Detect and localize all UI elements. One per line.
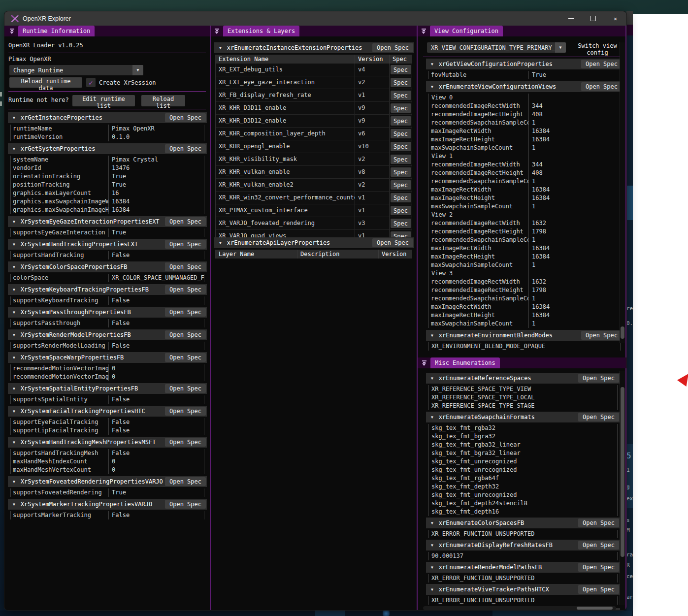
open-spec-button[interactable]: Open Spec — [165, 113, 206, 122]
open-spec-button[interactable]: Open Spec — [372, 43, 413, 52]
spec-button[interactable]: Spec — [391, 103, 411, 113]
chevron-down-icon[interactable]: ▼ — [555, 42, 566, 53]
section-header[interactable]: ▼XrSystemHandTrackingPropertiesEXTOpen S… — [8, 239, 207, 250]
open-spec-button[interactable]: Open Spec — [165, 384, 206, 393]
create-xrsession-checkbox[interactable]: ✓ — [86, 78, 96, 87]
tab-runtime-information[interactable]: Runtime Information — [18, 26, 95, 36]
switch-view-config-button[interactable]: Switch view config — [568, 42, 626, 53]
titlebar[interactable]: OpenXR Explorer ✕ — [4, 11, 626, 26]
scrollbar-thumb[interactable] — [577, 607, 613, 610]
section-title: xrEnumerateApiLayerProperties — [227, 239, 372, 246]
section-header[interactable]: ▼xrGetSystemPropertiesOpen Spec — [8, 143, 207, 154]
spec-button[interactable]: Spec — [391, 180, 411, 190]
section-header[interactable]: ▼XrSystemKeyboardTrackingPropertiesFBOpe… — [8, 284, 207, 295]
misc-scrollbar-horizontal[interactable] — [423, 606, 616, 610]
open-spec-button[interactable]: Open Spec — [578, 541, 619, 550]
open-spec-button[interactable]: Open Spec — [165, 144, 206, 153]
section-header[interactable]: ▼xrEnumerateViveTrackerPathsHTCXOpen Spe… — [426, 584, 620, 595]
section-header[interactable]: ▼xrEnumerateReferenceSpacesOpen Spec — [426, 373, 620, 384]
collapse-arrow-icon: ▼ — [431, 62, 433, 66]
section-header[interactable]: ▼ xrEnumerateInstanceExtensionProperties… — [214, 42, 414, 53]
view-config-sections: ▼xrGetViewConfigurationPropertiesOpen Sp… — [426, 59, 623, 353]
chevron-down-icon[interactable]: ▼ — [132, 65, 143, 75]
spec-button-cell: Spec — [390, 65, 412, 74]
tab-misc-enumerations[interactable]: Misc Enumerations — [430, 357, 500, 368]
open-spec-button[interactable]: Open Spec — [581, 60, 622, 68]
open-spec-button[interactable]: Open Spec — [578, 519, 619, 527]
open-spec-button[interactable]: Open Spec — [165, 500, 206, 509]
spec-button[interactable]: Spec — [391, 219, 411, 228]
section-header[interactable]: ▼XrSystemMarkerTrackingPropertiesVARJOOp… — [8, 499, 207, 510]
open-spec-button[interactable]: Open Spec — [165, 217, 206, 226]
taskbar-app-icon[interactable] — [383, 611, 390, 616]
open-spec-button[interactable]: Open Spec — [165, 330, 206, 339]
misc-scrollbar-vertical[interactable] — [620, 371, 625, 605]
open-spec-button[interactable]: Open Spec — [165, 240, 206, 249]
section-header[interactable]: ▼XrSystemRenderModelPropertiesFBOpen Spe… — [8, 329, 207, 340]
property-value: False — [108, 251, 130, 259]
open-spec-button[interactable]: Open Spec — [165, 407, 206, 416]
section-header[interactable]: ▼XrSystemHandTrackingMeshPropertiesMSFTO… — [8, 437, 207, 448]
minimize-button[interactable] — [560, 11, 582, 26]
open-spec-button[interactable]: Open Spec — [578, 585, 619, 594]
panel-menu-icon[interactable] — [212, 27, 221, 35]
open-spec-button[interactable]: Open Spec — [165, 262, 206, 271]
section-header[interactable]: ▼xrEnumerateViewConfigurationViewsOpen S… — [426, 81, 623, 92]
section-header[interactable]: ▼XrSystemFoveatedRenderingPropertiesVARJ… — [8, 476, 207, 487]
maximize-button[interactable] — [582, 11, 604, 26]
open-spec-button[interactable]: Open Spec — [581, 331, 622, 340]
section-title: XrSystemSpaceWarpPropertiesFB — [21, 354, 165, 361]
spec-button[interactable]: Spec — [391, 78, 411, 87]
open-spec-button[interactable]: Open Spec — [165, 285, 206, 294]
open-spec-button[interactable]: Open Spec — [578, 374, 619, 383]
section-header[interactable]: ▼xrEnumerateSwapchainFormatsOpen Spec — [426, 412, 620, 422]
spec-button[interactable]: Spec — [391, 206, 411, 215]
panel-menu-icon[interactable] — [7, 27, 16, 35]
view-config-type-combo[interactable]: XR_VIEW_CONFIGURATION_TYPE_PRIMARY_Q ▼ — [427, 42, 566, 53]
spec-button[interactable]: Spec — [391, 65, 411, 74]
property-row: recommendedSwapchainSampleCount1 — [429, 119, 620, 127]
section-header[interactable]: ▼XrSystemEyeGazeInteractionPropertiesEXT… — [8, 216, 207, 227]
section-header[interactable]: ▼xrGetViewConfigurationPropertiesOpen Sp… — [426, 59, 623, 69]
open-spec-button[interactable]: Open Spec — [165, 308, 206, 317]
view-config-scrollbar[interactable] — [620, 42, 625, 343]
close-button[interactable]: ✕ — [604, 11, 626, 26]
spec-button[interactable]: Spec — [391, 155, 411, 164]
edit-runtime-list-button[interactable]: Edit runtime list — [72, 95, 135, 106]
spec-button[interactable]: Spec — [391, 167, 411, 177]
panel-menu-icon[interactable] — [419, 27, 428, 35]
section-header[interactable]: ▼xrGetInstancePropertiesOpen Spec — [8, 112, 207, 123]
scrollbar-thumb[interactable] — [621, 326, 624, 339]
open-spec-button[interactable]: Open Spec — [372, 238, 413, 247]
open-spec-button[interactable]: Open Spec — [578, 413, 619, 421]
open-spec-button[interactable]: Open Spec — [581, 82, 622, 91]
scrollbar-thumb[interactable] — [621, 387, 624, 557]
property-row: runtimeNamePimax OpenXR — [11, 125, 204, 133]
section-header[interactable]: ▼xrEnumerateColorSpacesFBOpen Spec — [426, 518, 620, 528]
section-header[interactable]: ▼XrSystemColorSpacePropertiesFBOpen Spec — [8, 261, 207, 272]
spec-button[interactable]: Spec — [391, 91, 411, 100]
separator-line — [8, 53, 206, 53]
section-header[interactable]: ▼xrEnumerateEnvironmentBlendModesOpen Sp… — [426, 330, 623, 341]
section-header[interactable]: ▼XrSystemFacialTrackingPropertiesHTCOpen… — [8, 406, 207, 417]
section-header[interactable]: ▼XrSystemSpaceWarpPropertiesFBOpen Spec — [8, 352, 207, 363]
spec-button[interactable]: Spec — [391, 142, 411, 151]
open-spec-button[interactable]: Open Spec — [165, 353, 206, 362]
reload-list-button[interactable]: Reload list — [141, 95, 185, 106]
spec-button[interactable]: Spec — [391, 193, 411, 202]
open-spec-button[interactable]: Open Spec — [165, 438, 206, 447]
section-header[interactable]: ▼xrEnumerateRenderModelPathsFBOpen Spec — [426, 562, 620, 573]
panel-menu-icon[interactable] — [420, 358, 428, 367]
section-header[interactable]: ▼XrSystemPassthroughPropertiesFBOpen Spe… — [8, 307, 207, 318]
spec-button[interactable]: Spec — [391, 116, 411, 126]
open-spec-button[interactable]: Open Spec — [165, 477, 206, 486]
open-spec-button[interactable]: Open Spec — [578, 563, 619, 572]
change-runtime-combo[interactable]: Change Runtime ▼ — [9, 65, 143, 75]
section-header[interactable]: ▼xrEnumerateDisplayRefreshRatesFBOpen Sp… — [426, 540, 620, 551]
section-header[interactable]: ▼ xrEnumerateApiLayerProperties Open Spe… — [214, 237, 414, 248]
spec-button[interactable]: Spec — [391, 129, 411, 138]
tab-extensions-layers[interactable]: Extensions & Layers — [223, 26, 299, 36]
tab-view-configuration[interactable]: View Configuration — [430, 26, 503, 36]
reload-runtime-data-button[interactable]: Reload runtime data — [9, 77, 82, 88]
section-header[interactable]: ▼XrSystemSpatialEntityPropertiesFBOpen S… — [8, 383, 207, 394]
